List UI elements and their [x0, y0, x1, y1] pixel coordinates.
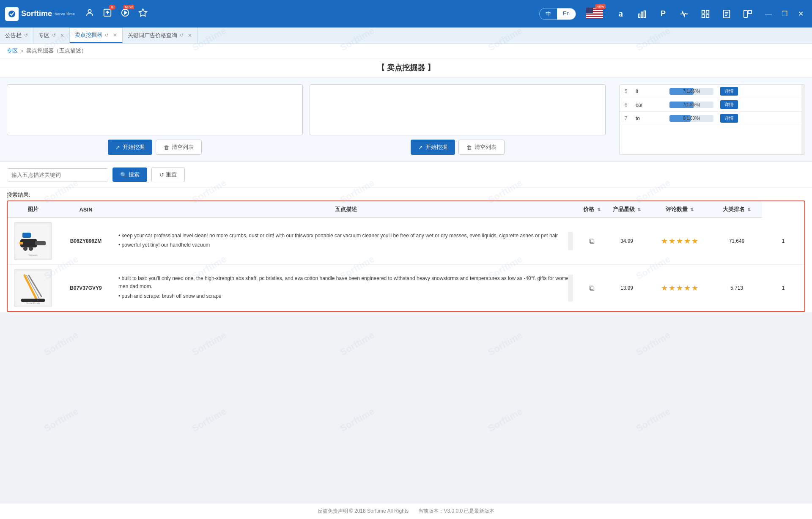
results-table-head: 图片 ASIN 五点描述 价格 ⇅ 产品星级 ⇅ 评论数量 ⇅ — [8, 201, 804, 218]
pulse-icon[interactable] — [677, 6, 692, 22]
top-section: ↗ 开始挖掘 🗑 清空列表 ↗ 开始挖掘 🗑 清空列表 — [0, 77, 812, 162]
close-tab-keyword[interactable]: ✕ — [188, 33, 192, 38]
search-input[interactable] — [7, 169, 108, 181]
flag-button[interactable]: NEW — [586, 8, 603, 20]
table-row: Vacuum B06ZY896ZM keep your car professi… — [8, 218, 804, 265]
title-bar-nav: 0 NEW — [85, 8, 529, 19]
svg-rect-26 — [748, 10, 752, 13]
input-textarea-1[interactable] — [7, 84, 303, 135]
svg-rect-11 — [586, 15, 603, 16]
close-tab-selling[interactable]: ✕ — [113, 32, 117, 38]
breadcrumb-special[interactable]: 专区 — [7, 47, 18, 55]
close-tab-special[interactable]: ✕ — [60, 33, 64, 38]
reviews-sort-icon[interactable]: ⇅ — [690, 207, 694, 212]
description-bullet: powerful yet tiny! our handheld vacuum — [118, 241, 573, 249]
product-image: Vacuum — [14, 222, 52, 260]
svg-marker-4 — [124, 11, 127, 14]
product-rank: 1 — [762, 265, 804, 312]
product-rating: ★★★★★ — [648, 265, 711, 312]
upload-icon[interactable]: 0 — [103, 8, 112, 19]
reset-button[interactable]: ↺ 重置 — [151, 167, 185, 182]
clear-list-btn-1[interactable]: 🗑 清空列表 — [156, 140, 202, 155]
tab-selling-points[interactable]: 卖点挖掘器 ↺ ✕ — [70, 27, 123, 43]
breadcrumb-sep: > — [20, 48, 24, 54]
chart-bar-icon[interactable] — [634, 6, 650, 22]
product-price: 34.99 — [606, 218, 648, 265]
product-image-cell: Snow Brush — [8, 265, 58, 312]
copy-icon[interactable]: ⧉ — [589, 284, 595, 292]
document-icon[interactable] — [719, 6, 734, 22]
start-dig-btn-2[interactable]: ↗ 开始挖掘 — [411, 140, 455, 155]
word-table-scrollbar[interactable] — [801, 85, 805, 154]
star-icon[interactable] — [138, 8, 148, 19]
desc-scrollbar[interactable] — [568, 275, 573, 302]
word-detail-button[interactable]: 详情 — [720, 100, 738, 109]
description-bullet: built to last: you'll only need one, the… — [118, 275, 573, 291]
word-detail-button[interactable]: 详情 — [720, 87, 738, 96]
col-image: 图片 — [8, 201, 58, 218]
price-sort-icon[interactable]: ⇅ — [597, 207, 601, 212]
title-bar: Sorftime Serve Time 0 NEW 中 En — [0, 0, 812, 27]
input-textarea-2[interactable] — [310, 84, 606, 135]
svg-rect-30 — [19, 242, 23, 244]
word-detail-cell: 详情 — [717, 98, 805, 112]
rank-sort-icon[interactable]: ⇅ — [747, 207, 751, 212]
product-image-cell: Vacuum — [8, 218, 58, 265]
app-title: Sorftime — [21, 9, 52, 18]
minimize-button[interactable]: — — [762, 8, 775, 20]
product-rank: 1 — [762, 218, 804, 265]
product-reviews: 71,649 — [711, 218, 762, 265]
input-panels: ↗ 开始挖掘 🗑 清空列表 ↗ 开始挖掘 🗑 清空列表 — [0, 77, 619, 162]
tab-keyword-ad[interactable]: 关键词广告价格查询 ↺ ✕ — [123, 27, 198, 43]
refresh-icon-selling[interactable]: ↺ — [105, 33, 109, 38]
footer-version: 当前版本：V3.0.0.0 已是最新版本 — [418, 508, 494, 514]
svg-rect-12 — [586, 17, 603, 18]
panel-1-buttons: ↗ 开始挖掘 🗑 清空列表 — [7, 140, 303, 155]
svg-rect-25 — [744, 10, 747, 17]
parking-icon[interactable]: P — [656, 6, 671, 22]
tab-special-zone[interactable]: 专区 ↺ ✕ — [33, 27, 70, 43]
lang-cn-btn[interactable]: 中 — [540, 8, 557, 19]
right-icons: a P — [613, 6, 755, 22]
word-rank: 6 — [620, 98, 632, 112]
col-reviews: 评论数量 ⇅ — [648, 201, 711, 218]
grid-icon[interactable] — [698, 6, 713, 22]
page-title: 【 卖点挖掘器 】 — [0, 58, 812, 77]
word-detail-button[interactable]: 详情 — [720, 114, 738, 123]
panel-2-buttons: ↗ 开始挖掘 🗑 清空列表 — [310, 140, 606, 155]
close-button[interactable]: ✕ — [794, 8, 807, 20]
results-section: 搜索结果: 图片 ASIN 五点描述 价格 ⇅ 产品星级 ⇅ — [0, 188, 812, 312]
word-bar-cell: 7(1.86%) — [666, 98, 717, 112]
flag-badge-new: NEW — [595, 4, 606, 9]
word-text: it — [632, 85, 666, 98]
refresh-icon-special[interactable]: ↺ — [52, 33, 56, 38]
maximize-button[interactable]: ❐ — [778, 8, 791, 20]
product-description: keep your car professional level clean! … — [113, 218, 578, 265]
footer: 反盗免责声明 © 2018 Sorftime All Rights 当前版本：V… — [0, 503, 812, 519]
clear-list-btn-2[interactable]: 🗑 清空列表 — [458, 140, 505, 155]
product-image: Snow Brush — [14, 269, 52, 307]
lang-en-btn[interactable]: En — [557, 8, 576, 19]
search-button[interactable]: 🔍 搜索 — [112, 168, 147, 182]
lang-switcher[interactable]: 中 En — [539, 8, 576, 20]
refresh-icon-announcements[interactable]: ↺ — [24, 33, 28, 38]
svg-rect-33 — [22, 233, 31, 238]
desc-scrollbar[interactable] — [568, 232, 573, 250]
product-asin: B07V37GVY9 — [58, 265, 113, 312]
app-logo: Sorftime Serve Time — [5, 7, 75, 21]
word-frequency-table: 5 it 7(1.86%) 详情 6 car 7(1.86%) 详情 7 to — [620, 85, 805, 125]
svg-marker-5 — [139, 9, 147, 16]
tab-announcements[interactable]: 公告栏 ↺ — [0, 27, 33, 43]
product-description: built to last: you'll only need one, the… — [113, 265, 578, 312]
description-bullet: push and scrape: brush off snow and scra… — [118, 292, 573, 300]
user-icon[interactable] — [85, 8, 94, 19]
play-icon[interactable]: NEW — [121, 8, 130, 19]
amazon-icon[interactable]: a — [613, 6, 628, 22]
refresh-icon-keyword[interactable]: ↺ — [180, 33, 184, 38]
rating-sort-icon[interactable]: ⇅ — [637, 207, 641, 212]
footer-copyright: 反盗免责声明 © 2018 Sorftime All Rights — [318, 508, 409, 514]
start-dig-btn-1[interactable]: ↗ 开始挖掘 — [108, 140, 152, 155]
breadcrumb: 专区 > 卖点挖掘器（五点描述） — [0, 44, 812, 58]
resize-icon[interactable] — [740, 6, 755, 22]
copy-icon[interactable]: ⧉ — [589, 237, 595, 245]
